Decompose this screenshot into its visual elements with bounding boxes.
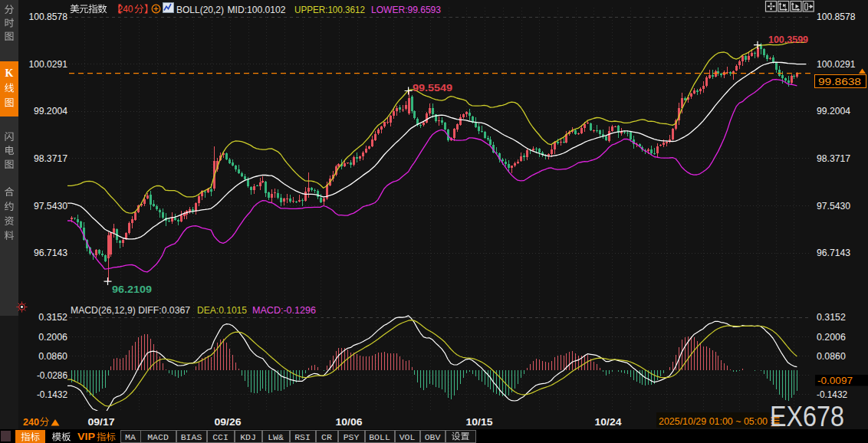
svg-text:-0.1432: -0.1432 xyxy=(817,389,847,400)
svg-text:RSI: RSI xyxy=(294,432,311,442)
svg-text:MID:100.0102: MID:100.0102 xyxy=(228,4,286,15)
svg-text:99.2004: 99.2004 xyxy=(817,105,850,116)
svg-text:BOLL: BOLL xyxy=(369,432,390,442)
svg-text:LOWER:99.6593: LOWER:99.6593 xyxy=(371,4,441,15)
svg-text:100.3599: 100.3599 xyxy=(768,34,808,45)
svg-text:0.3152: 0.3152 xyxy=(38,311,67,323)
svg-text:240: 240 xyxy=(118,3,133,15)
svg-text:10/15: 10/15 xyxy=(466,416,493,428)
svg-text:LW&: LW& xyxy=(268,432,284,442)
svg-text:MACD: MACD xyxy=(147,432,169,442)
svg-text:-0.0097: -0.0097 xyxy=(817,375,853,386)
svg-text:K: K xyxy=(5,67,14,79)
svg-text:EX678: EX678 xyxy=(770,401,844,432)
svg-text:MA: MA xyxy=(125,432,136,442)
svg-text:10/06: 10/06 xyxy=(336,416,363,428)
svg-text:OBV: OBV xyxy=(425,432,441,442)
svg-text:99.5549: 99.5549 xyxy=(413,82,452,94)
svg-text:2025/10/29 01:00 ~ 05:00: 2025/10/29 01:00 ~ 05:00 xyxy=(659,415,768,427)
svg-text:CR: CR xyxy=(321,432,332,442)
svg-text:100.8578: 100.8578 xyxy=(29,11,67,22)
svg-text:0.2006: 0.2006 xyxy=(38,331,67,343)
svg-text:BOLL(20,2): BOLL(20,2) xyxy=(176,4,224,15)
svg-text:DEA:0.1015: DEA:0.1015 xyxy=(197,304,247,316)
svg-text:0.0860: 0.0860 xyxy=(817,350,846,362)
svg-text:BIAS: BIAS xyxy=(181,432,202,442)
svg-text:97.5430: 97.5430 xyxy=(817,200,850,212)
svg-text:CCI: CCI xyxy=(212,432,229,442)
svg-text:UPPER:100.3612: UPPER:100.3612 xyxy=(294,4,365,15)
svg-text:MACD(26,12,9) DIFF:0.0367: MACD(26,12,9) DIFF:0.0367 xyxy=(71,304,190,316)
svg-text:VIP: VIP xyxy=(77,432,95,442)
svg-text:0.3152: 0.3152 xyxy=(817,311,846,323)
svg-text:96.7143: 96.7143 xyxy=(34,247,67,258)
svg-text:100.0291: 100.0291 xyxy=(29,58,67,70)
svg-text:96.7143: 96.7143 xyxy=(817,247,850,258)
svg-text:96.2109: 96.2109 xyxy=(112,284,152,295)
svg-text:09/26: 09/26 xyxy=(215,416,242,428)
svg-text:09/17: 09/17 xyxy=(88,416,115,428)
svg-text:MACD:-0.1296: MACD:-0.1296 xyxy=(252,304,316,316)
svg-text:98.3717: 98.3717 xyxy=(817,153,850,164)
svg-text:97.5430: 97.5430 xyxy=(34,200,67,212)
svg-text:99.2004: 99.2004 xyxy=(34,105,67,116)
svg-text:-0.0286: -0.0286 xyxy=(37,369,67,381)
svg-text:240: 240 xyxy=(23,416,39,428)
svg-text:10/24: 10/24 xyxy=(595,416,623,428)
svg-text:98.3717: 98.3717 xyxy=(34,153,67,164)
svg-text:100.8578: 100.8578 xyxy=(817,11,855,22)
svg-text:99.8638: 99.8638 xyxy=(818,76,861,87)
svg-text:VOL: VOL xyxy=(399,432,416,442)
svg-text:-0.1432: -0.1432 xyxy=(37,389,67,400)
svg-text:100.0291: 100.0291 xyxy=(817,58,855,70)
svg-text:PSY: PSY xyxy=(344,432,360,442)
svg-text:KDJ: KDJ xyxy=(240,432,256,442)
svg-text:0.0860: 0.0860 xyxy=(38,350,67,362)
svg-text:0.2006: 0.2006 xyxy=(817,331,846,343)
